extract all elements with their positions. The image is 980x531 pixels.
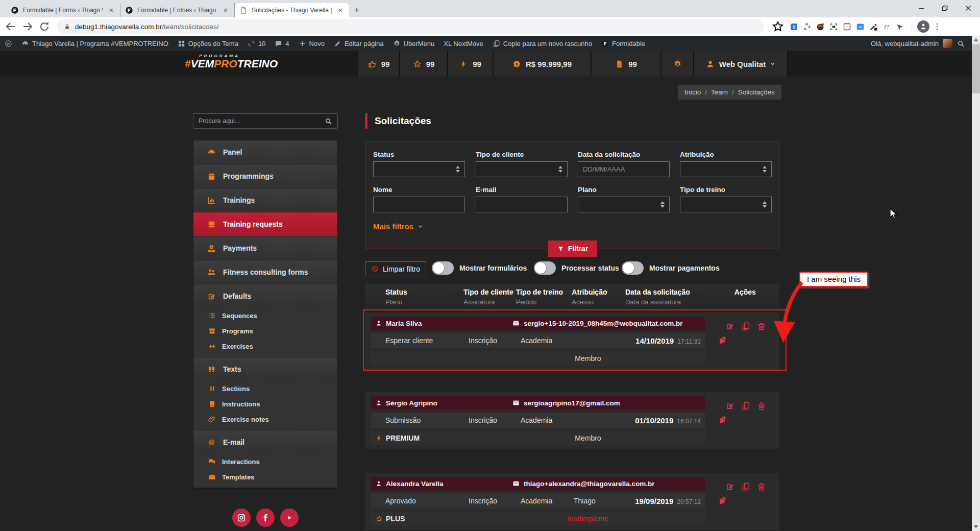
close-button[interactable] (957, 0, 980, 16)
copy-icon[interactable] (741, 482, 750, 491)
stat-thumb[interactable]: 99 (357, 51, 399, 77)
header-settings-button[interactable] (660, 51, 693, 77)
rocket-icon[interactable] (715, 333, 730, 348)
browser-tab[interactable]: Formidable | Forms ‹ Thiago Vare× (6, 3, 120, 17)
padlock-icon[interactable] (64, 23, 70, 30)
sidebar-subitem-instructions[interactable]: Instructions (193, 396, 337, 412)
toggle-knob[interactable] (433, 262, 444, 274)
stat-money-chat[interactable]: $R$ 99.999,99 (493, 51, 591, 77)
restore-button[interactable] (933, 0, 957, 16)
trash-icon[interactable] (757, 482, 766, 491)
admin-bar-item[interactable] (0, 36, 17, 51)
site-logo[interactable]: PROGRAMA #VEMPROTREINO (185, 54, 254, 69)
admin-bar-item[interactable]: 10 (243, 36, 270, 51)
sidebar-item-trainings[interactable]: Trainings (193, 188, 337, 212)
stat-star[interactable]: 99 (399, 51, 447, 77)
extension-math-f[interactable]: ƒ? (880, 20, 893, 33)
tab-close-icon[interactable]: × (336, 6, 345, 14)
sidebar-subitem-exercise-notes[interactable]: Exercise notes (193, 412, 337, 427)
extension-dark-arrow[interactable] (893, 20, 906, 33)
admin-avatar[interactable] (943, 39, 952, 48)
filter-select[interactable] (578, 197, 670, 212)
admin-bar-item[interactable]: Novo (294, 36, 329, 51)
sidebar-item-defaults[interactable]: Defaults (193, 284, 337, 308)
toggle-track[interactable] (534, 261, 556, 275)
search-icon[interactable] (325, 117, 332, 125)
forward-icon[interactable] (21, 20, 34, 33)
sidebar-item-texts[interactable]: Texts (193, 357, 337, 381)
extension-eyedropper[interactable] (867, 20, 880, 33)
stat-doc[interactable]: 99 (591, 51, 660, 77)
trash-icon[interactable] (757, 401, 766, 411)
browser-menu-icon[interactable]: ⋮ (932, 20, 942, 33)
filter-select[interactable] (680, 197, 772, 212)
sidebar-item-fitness-consulting-forms[interactable]: Fitness consulting forms (193, 260, 337, 284)
toggle-knob[interactable] (623, 262, 634, 274)
tab-close-icon[interactable]: × (107, 6, 115, 14)
admin-search-icon[interactable] (957, 40, 965, 47)
sidebar-subitem-interactions[interactable]: Interactions (193, 454, 337, 469)
new-tab-button[interactable]: + (349, 3, 364, 17)
copy-icon[interactable] (741, 401, 750, 411)
admin-greeting[interactable]: Olá, webqualitat-admin (871, 40, 939, 47)
edit-icon[interactable] (725, 322, 734, 331)
breadcrumb-item[interactable]: Início (684, 88, 701, 96)
admin-bar-item[interactable]: 4 (270, 36, 293, 51)
sidebar-item-training-requests[interactable]: Training requests (193, 212, 337, 236)
profile-avatar[interactable] (917, 20, 929, 33)
extension-recycle[interactable] (800, 20, 814, 33)
social-youtube-button[interactable] (280, 509, 299, 527)
extension-devtools[interactable]: </> (853, 20, 867, 33)
rocket-icon[interactable] (715, 493, 730, 508)
social-instagram-button[interactable] (232, 509, 251, 527)
filter-select[interactable] (476, 161, 568, 177)
admin-bar-item[interactable]: Editar página (329, 36, 388, 51)
bookmark-star-icon[interactable] (771, 20, 785, 33)
extension-s-extension[interactable]: S (787, 20, 800, 33)
url-field[interactable]: debug1.thiagovarella.com.br/team/solicit… (57, 19, 764, 34)
search-input[interactable] (199, 117, 321, 125)
extension-r-frame[interactable]: r (840, 20, 853, 33)
copy-icon[interactable] (741, 322, 750, 331)
toggle-knob[interactable] (535, 262, 546, 274)
toggle-processar-status[interactable]: Processar status (534, 261, 619, 275)
scroll-down-button[interactable] (972, 523, 980, 531)
trash-icon[interactable] (757, 322, 766, 331)
sidebar-subitem-templates[interactable]: Templates (193, 469, 337, 485)
page-scrollbar[interactable] (972, 36, 980, 531)
refresh-icon[interactable] (38, 20, 51, 33)
filter-input[interactable] (578, 161, 670, 177)
sidebar-item-e-mail[interactable]: @E-mail (193, 430, 337, 454)
toggle-mostrar-formul-rios[interactable]: Mostrar formulários (432, 261, 527, 275)
user-menu[interactable]: Web Qualitat (693, 51, 788, 77)
toggle-mostrar-pagamentos[interactable]: Mostrar pagamentos (622, 261, 720, 275)
edit-icon[interactable] (725, 401, 734, 411)
browser-tab[interactable]: Formidable | Entries ‹ Thiago Vare× (120, 3, 235, 17)
stat-bolt[interactable]: 99 (447, 51, 493, 77)
scrollbar-thumb[interactable] (972, 44, 980, 93)
admin-bar-item[interactable]: Copie para um novo rascunho (488, 36, 597, 51)
extension-screenshot[interactable] (827, 20, 840, 33)
admin-bar-item[interactable]: UberMenu (388, 36, 439, 51)
filter-input[interactable] (373, 197, 465, 212)
admin-bar-item[interactable]: Formidable (597, 36, 650, 51)
sidebar-item-payments[interactable]: $Payments (193, 236, 337, 260)
sidebar-item-programmings[interactable]: Programmings (193, 164, 337, 188)
sidebar-subitem-programs[interactable]: Programs (193, 323, 337, 339)
minimize-button[interactable] (910, 0, 933, 16)
sidebar-subitem-exercises[interactable]: Exercises (193, 339, 337, 354)
data-da-solicita-o-input[interactable] (583, 165, 665, 173)
admin-bar-item[interactable]: Opções do Tema (173, 36, 243, 51)
toggle-track[interactable] (622, 261, 644, 275)
sidebar-subitem-sequences[interactable]: Sequences (193, 308, 337, 323)
social-facebook-button[interactable] (256, 509, 275, 527)
breadcrumb-item[interactable]: Solicitações (738, 88, 775, 96)
browser-tab[interactable]: Solicitações - Thiago Varella | Pro× (235, 3, 349, 17)
nome-input[interactable] (378, 201, 460, 208)
edit-icon[interactable] (725, 482, 734, 491)
breadcrumb-item[interactable]: Team (711, 88, 728, 96)
toggle-track[interactable] (432, 261, 454, 275)
sidebar-subitem-sections[interactable]: HSections (193, 381, 337, 396)
scroll-up-button[interactable] (972, 36, 980, 44)
more-filters-link[interactable]: Mais filtros (373, 222, 423, 231)
